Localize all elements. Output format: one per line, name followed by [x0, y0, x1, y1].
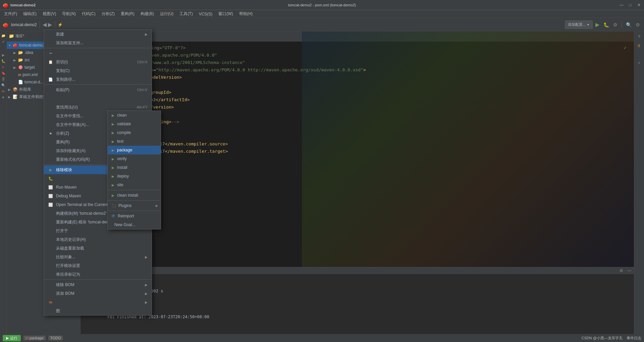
- left-debug-icon[interactable]: 🐛: [1, 58, 6, 64]
- menu-code[interactable]: 代码(C): [79, 10, 98, 17]
- tree-label-external: 外部库: [19, 87, 31, 92]
- ctx-paste[interactable]: 📄 复制路径...: [44, 75, 152, 84]
- left-search-icon[interactable]: 🔍: [1, 82, 6, 88]
- ctx-convert-java[interactable]: 图: [44, 306, 152, 315]
- status-event-log[interactable]: 事件日志: [627, 336, 641, 341]
- ctx-diagram[interactable]: 移除 BOM ▶: [44, 280, 152, 289]
- ctx-module-settings-label: 从磁盘重新加载: [56, 246, 84, 251]
- submenu-clean-install[interactable]: ▶ clean install: [108, 191, 161, 200]
- submenu-validate[interactable]: ▶ validate: [108, 120, 161, 128]
- submenu-compile-label: compile: [117, 130, 131, 135]
- ctx-copy-path[interactable]: 复制(C): [44, 66, 152, 75]
- submenu-test[interactable]: ▶ test: [108, 137, 161, 146]
- menu-navigate[interactable]: 导航(N): [59, 10, 78, 17]
- tree-arrow-target: ▶: [13, 66, 18, 69]
- tree-arrow-scratches: ▶: [8, 95, 13, 99]
- title-bar-left: 🍅 tomcat-demo2: [3, 2, 36, 8]
- menu-file[interactable]: 文件(F): [1, 10, 20, 17]
- maximize-button[interactable]: □: [628, 3, 633, 7]
- ctx-cut[interactable]: ✂: [44, 49, 152, 58]
- submenu-deploy[interactable]: ▶ deploy: [108, 172, 161, 181]
- ctx-diagram-icon: [48, 282, 53, 287]
- ctx-convert-java-icon: [48, 308, 53, 314]
- minimize-button[interactable]: —: [619, 3, 624, 7]
- ctx-rebuild-module-icon: ⬜: [48, 202, 53, 207]
- back-icon[interactable]: ◀: [43, 21, 47, 28]
- ctx-new-arrow: ▶: [145, 32, 148, 36]
- submenu-package[interactable]: ▶ package: [108, 146, 161, 154]
- menu-build[interactable]: 构建(B): [138, 10, 157, 17]
- submenu-clean[interactable]: ▶ clean: [108, 111, 161, 120]
- debug-button[interactable]: 🐛: [603, 22, 609, 27]
- menu-refactor[interactable]: 重构(R): [118, 10, 137, 17]
- status-todo-badge[interactable]: TODO: [48, 336, 63, 340]
- settings-icon[interactable]: ⚙: [636, 22, 640, 27]
- search-everywhere-icon[interactable]: 🔍: [626, 22, 632, 27]
- profile-button[interactable]: ⚙: [613, 22, 618, 27]
- ctx-remove-bom[interactable]: 打开模块设置: [44, 261, 152, 270]
- add-config-button[interactable]: 添加配置... ▼: [565, 20, 593, 29]
- code-line-5: <modelVersion>4.0.0</modelVersion>: [86, 74, 629, 81]
- submenu-test-label: test: [117, 139, 123, 144]
- run-minimize-icon[interactable]: —: [627, 268, 631, 273]
- run-button[interactable]: ▶: [595, 21, 599, 28]
- ctx-add-bom[interactable]: 将目录标记为: [44, 270, 152, 279]
- pomxml-icon: m: [18, 73, 21, 77]
- menu-analyze[interactable]: 分析(Z): [99, 10, 117, 17]
- submenu-install[interactable]: ▶ install: [108, 163, 161, 172]
- submenu-plugins[interactable]: ⬛ Plugins: [108, 201, 161, 210]
- submenu-site[interactable]: ▶ site: [108, 181, 161, 189]
- ctx-new[interactable]: 新建 ▶: [44, 30, 152, 39]
- ctx-copy[interactable]: 📋 剪切(I) Ctrl+X: [44, 58, 152, 66]
- left-project-icon[interactable]: 📁: [1, 33, 6, 38]
- ctx-ptg-mybatis[interactable]: 添加 BOM ▶: [44, 289, 152, 298]
- forward-icon[interactable]: ▶: [48, 21, 52, 28]
- ctx-add-framework-label: 添加框架支持...: [56, 40, 84, 46]
- menu-edit[interactable]: 编辑(E): [20, 10, 39, 17]
- menu-window[interactable]: 窗口(W): [216, 10, 235, 17]
- menu-vcs[interactable]: VCS(S): [196, 11, 215, 17]
- left-favorites-icon[interactable]: ★: [1, 94, 6, 100]
- ctx-new-label: 新建: [56, 31, 64, 37]
- ctx-mark-dir[interactable]: 比较对象... ▶: [44, 253, 152, 261]
- submenu-reimport[interactable]: ⟳ Reimport: [108, 212, 161, 220]
- menu-help[interactable]: 帮助(H): [236, 10, 256, 17]
- right-structure-icon[interactable]: ≡: [636, 60, 643, 66]
- ctx-maven-submenu[interactable]: m ▶: [44, 298, 152, 306]
- ctx-module-settings[interactable]: 从磁盘重新加载: [44, 244, 152, 253]
- left-bookmarks-icon[interactable]: 🔖: [1, 70, 6, 76]
- ctx-add-framework[interactable]: 添加框架支持...: [44, 39, 152, 47]
- left-run-icon[interactable]: ▶: [1, 52, 6, 58]
- status-package-label: package: [30, 336, 44, 340]
- left-database-icon[interactable]: 🗄: [1, 76, 6, 82]
- left-icon-panel: 📁 ✔ ▶ 🐛 ≡ 🔖 🗄 🔍 m ★: [0, 31, 7, 334]
- ctx-reformat-label: 重构(R): [56, 139, 70, 145]
- ctx-find-in-files[interactable]: [44, 94, 152, 103]
- left-maven-icon[interactable]: m: [1, 88, 6, 94]
- tree-arrow-src: ▶: [13, 58, 18, 62]
- menu-view[interactable]: 视图(V): [40, 10, 59, 17]
- bottom-content[interactable]: [INFO] FO] total time: 1.902 s [INFO] FO…: [80, 274, 634, 334]
- status-package-badge[interactable]: m package: [23, 336, 46, 340]
- ctx-replace-in-files-shortcut: Alt+F7: [137, 105, 147, 109]
- ctx-compare[interactable]: 本地历史记录(H): [44, 235, 152, 244]
- ctx-find-usages[interactable]: 粘贴(P) Ctrl+V: [44, 85, 152, 94]
- right-notifications-icon[interactable]: ⟳: [636, 33, 643, 40]
- submenu-verify[interactable]: ▶ verify: [108, 154, 161, 163]
- close-button[interactable]: ✕: [637, 3, 641, 7]
- run-settings-icon[interactable]: ⚙: [620, 268, 623, 273]
- run-maven-submenu: ▶ clean ▶ validate ▶ compile ▶ test ▶ pa…: [107, 111, 161, 229]
- toolbar-folder-icon[interactable]: ⚡: [58, 22, 63, 27]
- editor-content[interactable]: ✓ <?xml version="1.0" encoding="UTF-8"?>…: [80, 42, 634, 267]
- left-structure-icon[interactable]: ≡: [1, 64, 6, 70]
- ctx-analyze-label: 在文件中查找...: [56, 113, 84, 119]
- left-commit-icon[interactable]: ✔: [1, 39, 6, 44]
- scratches-icon: 📝: [13, 94, 18, 99]
- right-maven-icon[interactable]: m: [636, 42, 643, 49]
- status-run-button[interactable]: ▶ 运行: [3, 335, 21, 341]
- ctx-local-history-icon: [48, 219, 53, 225]
- menu-run[interactable]: 运行(U): [157, 10, 176, 17]
- submenu-new-goal[interactable]: New Goal...: [108, 220, 161, 229]
- submenu-compile[interactable]: ▶ compile: [108, 128, 161, 137]
- menu-tools[interactable]: 工具(T): [177, 10, 195, 17]
